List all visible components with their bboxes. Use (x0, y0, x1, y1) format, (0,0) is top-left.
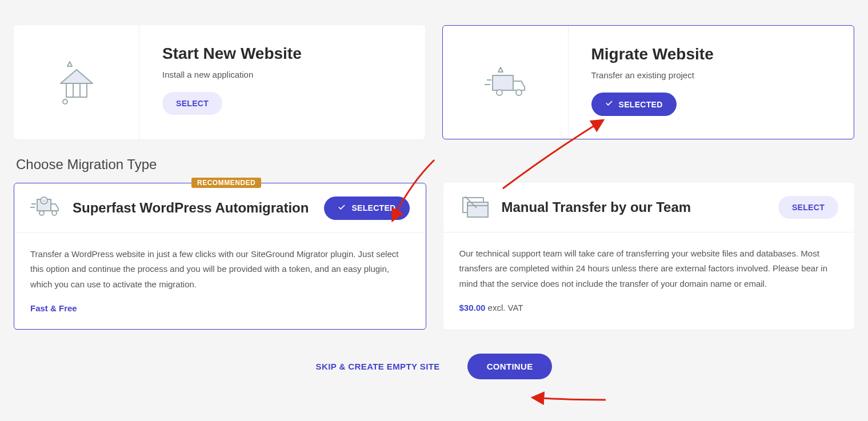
svg-rect-1 (66, 83, 87, 97)
bottom-actions: SKIP & CREATE EMPTY SITE CONTINUE (14, 354, 854, 379)
wp-truck-icon: W (30, 196, 61, 220)
manual-transfer-desc: Our technical support team will take car… (443, 232, 855, 296)
automigration-title: Superfast WordPress Automigration (73, 199, 313, 216)
selected-migrate-button[interactable]: SELECTED (591, 93, 677, 116)
svg-marker-0 (61, 70, 93, 83)
browser-windows-icon (459, 195, 490, 219)
start-new-website-card[interactable]: Start New Website Install a new applicat… (14, 25, 425, 139)
svg-point-14 (52, 211, 57, 215)
svg-text:W: W (42, 199, 46, 203)
start-new-title: Start New Website (162, 45, 402, 63)
manual-transfer-title: Manual Transfer by our Team (502, 199, 767, 216)
svg-rect-20 (467, 202, 488, 217)
check-icon (605, 99, 613, 109)
migrate-subtitle: Transfer an existing project (591, 70, 831, 80)
svg-point-5 (63, 99, 67, 104)
top-options-row: Start New Website Install a new applicat… (14, 25, 854, 139)
continue-label: CONTINUE (487, 362, 533, 371)
svg-point-8 (516, 90, 522, 95)
manual-transfer-card[interactable]: Manual Transfer by our Team SELECT Our t… (443, 183, 855, 330)
selected-automigration-button[interactable]: SELECTED (324, 197, 409, 220)
skip-create-empty-site-button[interactable]: SKIP & CREATE EMPTY SITE (316, 362, 440, 371)
automigration-desc: Transfer a WordPress website in just a f… (14, 233, 426, 296)
select-start-new-button[interactable]: SELECT (162, 92, 222, 115)
continue-button[interactable]: CONTINUE (467, 354, 553, 379)
skip-label: SKIP & CREATE EMPTY SITE (316, 362, 440, 371)
select-start-new-label: SELECT (176, 99, 209, 108)
recommended-badge: RECOMMENDED (191, 178, 261, 188)
selected-migrate-label: SELECTED (619, 100, 663, 109)
select-manual-transfer-button[interactable]: SELECT (778, 196, 838, 219)
price: $30.00 (459, 303, 486, 312)
automigration-foot: Fast & Free (14, 296, 426, 329)
migrate-website-card[interactable]: Migrate Website Transfer an existing pro… (442, 25, 855, 139)
truck-icon (443, 26, 569, 139)
migrate-title: Migrate Website (591, 45, 831, 63)
automigration-card[interactable]: RECOMMENDED W Superfast WordPres (14, 183, 426, 330)
choose-migration-type-heading: Choose Migration Type (16, 157, 854, 173)
svg-point-13 (39, 211, 44, 215)
select-manual-transfer-label: SELECT (792, 203, 825, 212)
migration-type-row: RECOMMENDED W Superfast WordPres (14, 183, 854, 330)
svg-point-7 (497, 90, 502, 95)
selected-automigration-label: SELECTED (351, 203, 395, 212)
check-icon (338, 203, 346, 213)
svg-marker-4 (67, 62, 72, 66)
house-icon (14, 25, 139, 139)
start-new-subtitle: Install a new application (162, 70, 402, 79)
manual-transfer-foot: $30.00 excl. VAT (443, 296, 855, 328)
svg-rect-6 (493, 75, 513, 90)
vat-note: excl. VAT (485, 303, 523, 312)
svg-marker-11 (498, 67, 503, 72)
